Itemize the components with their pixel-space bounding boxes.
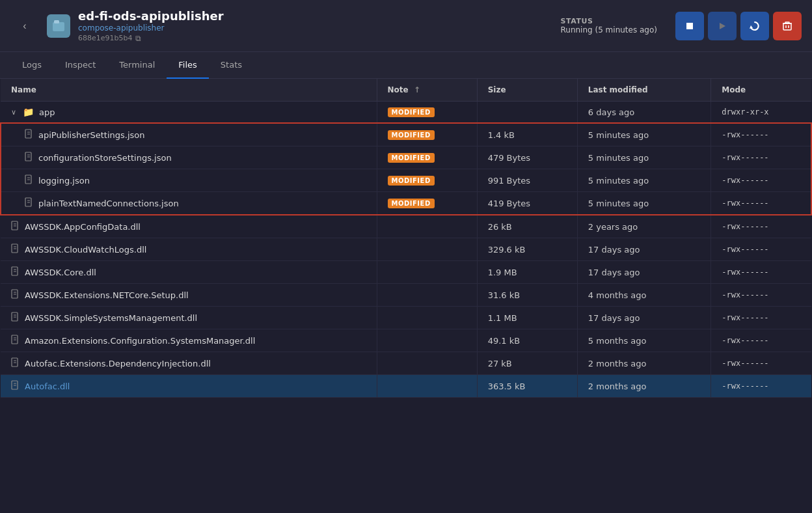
file-note-cell: MODIFIED xyxy=(377,192,477,215)
delete-button[interactable] xyxy=(773,12,802,40)
file-modified-cell: 2 months ago xyxy=(577,352,711,375)
file-mode-cell: -rwx------ xyxy=(711,261,811,284)
file-mode-cell: -rwx------ xyxy=(711,238,811,261)
restart-button[interactable] xyxy=(740,12,769,40)
play-button[interactable] xyxy=(708,12,737,40)
file-name-text: AWSSDK.Core.dll xyxy=(25,268,96,277)
table-row[interactable]: Autofac.Extensions.DependencyInjection.d… xyxy=(1,352,811,375)
file-icon xyxy=(25,197,33,209)
svg-rect-1 xyxy=(54,20,59,23)
folder-toggle-icon[interactable]: ∨ xyxy=(11,108,16,117)
table-row[interactable]: AWSSDK.CloudWatchLogs.dll329.6 kB17 days… xyxy=(1,238,811,261)
col-mode[interactable]: Mode xyxy=(711,79,811,102)
folder-icon: 📁 xyxy=(23,107,34,117)
file-name-cell: AWSSDK.CloudWatchLogs.dll xyxy=(1,238,377,261)
file-name-cell: plainTextNamedConnections.json xyxy=(1,192,377,215)
file-note-cell xyxy=(377,284,477,307)
file-size-cell xyxy=(477,102,577,124)
table-row[interactable]: plainTextNamedConnections.jsonMODIFIED41… xyxy=(1,192,811,215)
file-name-cell: apiPublisherSettings.json xyxy=(1,123,377,146)
file-note-cell: MODIFIED xyxy=(377,123,477,146)
file-icon xyxy=(11,312,20,324)
table-row[interactable]: configurationStoreSettings.jsonMODIFIED4… xyxy=(1,146,811,169)
file-name-text: Autofac.dll xyxy=(25,381,70,391)
container-id: 688e1e91b5b4 xyxy=(78,34,133,42)
modified-badge: MODIFIED xyxy=(388,199,435,208)
file-mode-cell: drwxr-xr-x xyxy=(711,102,811,124)
file-size-cell: 329.6 kB xyxy=(477,238,577,261)
file-name-cell: AWSSDK.AppConfigData.dll xyxy=(1,215,377,238)
file-modified-cell: 5 months ago xyxy=(577,329,711,352)
table-row[interactable]: logging.jsonMODIFIED991 Bytes5 minutes a… xyxy=(1,169,811,192)
header-info: ed-fi-ods-apipublisher compose-apipublis… xyxy=(78,9,553,43)
svg-marker-4 xyxy=(750,25,753,29)
file-name-cell: AWSSDK.SimpleSystemsManagement.dll xyxy=(1,307,377,329)
file-note-cell xyxy=(377,307,477,329)
file-name-cell: logging.json xyxy=(1,169,377,192)
file-note-cell: MODIFIED xyxy=(377,169,477,192)
tab-files[interactable]: Files xyxy=(167,52,209,79)
table-row[interactable]: ∨📁appMODIFIED6 days agodrwxr-xr-x xyxy=(1,102,811,124)
file-mode-cell: -rwx------ xyxy=(711,169,811,192)
col-modified[interactable]: Last modified xyxy=(577,79,711,102)
svg-marker-3 xyxy=(720,23,725,29)
file-icon xyxy=(11,266,20,278)
file-name-cell: AWSSDK.Core.dll xyxy=(1,261,377,284)
tab-terminal[interactable]: Terminal xyxy=(107,52,167,79)
table-row[interactable]: AWSSDK.AppConfigData.dll26 kB2 years ago… xyxy=(1,215,811,238)
file-size-cell: 1.4 kB xyxy=(477,123,577,146)
header: ‹ ed-fi-ods-apipublisher compose-apipubl… xyxy=(0,0,812,52)
file-name-text: AWSSDK.Extensions.NETCore.Setup.dll xyxy=(25,290,189,300)
table-row[interactable]: AWSSDK.Core.dll1.9 MB17 days ago-rwx----… xyxy=(1,261,811,284)
file-modified-cell: 17 days ago xyxy=(577,261,711,284)
col-name[interactable]: Name xyxy=(1,79,377,102)
file-modified-cell: 2 years ago xyxy=(577,215,711,238)
file-modified-cell: 5 minutes ago xyxy=(577,169,711,192)
file-size-cell: 479 Bytes xyxy=(477,146,577,169)
file-size-cell: 991 Bytes xyxy=(477,169,577,192)
table-row[interactable]: Autofac.dll363.5 kB2 months ago-rwx-----… xyxy=(1,375,811,398)
file-modified-cell: 5 minutes ago xyxy=(577,192,711,215)
file-list: ∨📁appMODIFIED6 days agodrwxr-xr-xapiPubl… xyxy=(1,102,811,398)
file-icon xyxy=(25,152,33,163)
file-note-cell: MODIFIED xyxy=(377,146,477,169)
file-size-cell: 419 Bytes xyxy=(477,192,577,215)
table-row[interactable]: Amazon.Extensions.Configuration.SystemsM… xyxy=(1,329,811,352)
file-icon xyxy=(25,129,33,141)
tab-logs[interactable]: Logs xyxy=(10,52,53,79)
file-name-text: logging.json xyxy=(38,176,90,186)
status-section: STATUS Running (5 minutes ago) xyxy=(561,17,658,35)
file-icon xyxy=(25,174,33,186)
app-title: ed-fi-ods-apipublisher xyxy=(78,9,553,23)
file-modified-cell: 5 minutes ago xyxy=(577,146,711,169)
file-note-cell xyxy=(377,352,477,375)
table-row[interactable]: apiPublisherSettings.jsonMODIFIED1.4 kB5… xyxy=(1,123,811,146)
action-buttons xyxy=(675,12,802,40)
col-size[interactable]: Size xyxy=(477,79,577,102)
file-mode-cell: -rwx------ xyxy=(711,215,811,238)
svg-rect-2 xyxy=(686,23,693,29)
svg-rect-5 xyxy=(783,23,791,30)
file-size-cell: 1.1 MB xyxy=(477,307,577,329)
file-modified-cell: 17 days ago xyxy=(577,238,711,261)
file-name-cell: Amazon.Extensions.Configuration.SystemsM… xyxy=(1,329,377,352)
file-name-text: plainTextNamedConnections.json xyxy=(38,199,179,208)
table-row[interactable]: AWSSDK.Extensions.NETCore.Setup.dll31.6 … xyxy=(1,284,811,307)
file-name-cell: AWSSDK.Extensions.NETCore.Setup.dll xyxy=(1,284,377,307)
file-icon xyxy=(11,289,20,301)
container-id-row: 688e1e91b5b4 ⧉ xyxy=(78,34,553,43)
back-button[interactable]: ‹ xyxy=(10,12,39,40)
copy-id-icon[interactable]: ⧉ xyxy=(135,34,141,43)
file-size-cell: 31.6 kB xyxy=(477,284,577,307)
stop-button[interactable] xyxy=(675,12,704,40)
file-name-text: AWSSDK.CloudWatchLogs.dll xyxy=(25,245,146,255)
file-modified-cell: 4 months ago xyxy=(577,284,711,307)
file-size-cell: 49.1 kB xyxy=(477,329,577,352)
col-note[interactable]: Note ↑ xyxy=(377,79,477,102)
tab-inspect[interactable]: Inspect xyxy=(53,52,107,79)
table-row[interactable]: AWSSDK.SimpleSystemsManagement.dll1.1 MB… xyxy=(1,307,811,329)
file-browser: Name Note ↑ Size Last modified Mode ∨📁ap… xyxy=(0,79,812,513)
compose-link[interactable]: compose-apipublisher xyxy=(78,23,165,33)
file-name-cell: configurationStoreSettings.json xyxy=(1,146,377,169)
tab-stats[interactable]: Stats xyxy=(209,52,254,79)
